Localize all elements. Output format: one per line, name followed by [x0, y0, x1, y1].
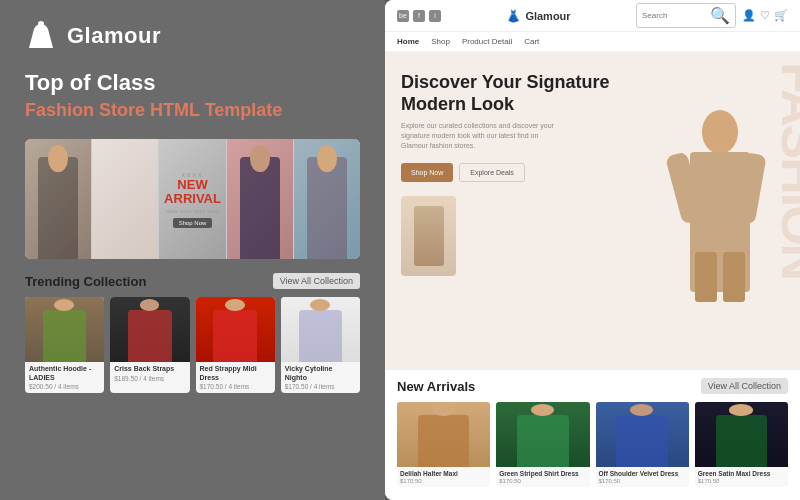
- product-image-1: [25, 297, 104, 362]
- arrival-info-1: Delilah Halter Maxi $170.50: [397, 467, 490, 487]
- store-nav-right: 🔍 👤 ♡ 🛒: [636, 3, 788, 28]
- trending-header: Trending Collection View All Collection: [25, 273, 360, 289]
- store-icons: 👤 ♡ 🛒: [742, 9, 788, 22]
- product-price-4: $170.50 / 4 items: [285, 383, 356, 390]
- hero-content: Discover Your SignatureModern Look Explo…: [385, 52, 800, 370]
- explore-deals-button[interactable]: Explore Deals: [459, 163, 525, 182]
- menu-product-detail[interactable]: Product Detail: [462, 37, 512, 46]
- product-info-4: Vicky Cytoline Nighto $170.50 / 4 items: [281, 362, 360, 393]
- heart-icon[interactable]: ♡: [760, 9, 770, 22]
- new-arrival-title: NEWARRIVAL: [164, 178, 221, 207]
- new-arrival-subtitle: xxxx xxxx xxxx xxxx: [166, 208, 219, 214]
- left-panel: Glamour Top of Class Fashion Store HTML …: [0, 0, 385, 500]
- arrivals-view-all[interactable]: View All Collection: [701, 378, 788, 394]
- brand-name: Glamour: [67, 23, 161, 49]
- facebook-icon[interactable]: f: [413, 10, 425, 22]
- product-price-3: $170.50 / 4 items: [200, 383, 271, 390]
- product-name-2: Criss Back Straps: [114, 365, 185, 373]
- brand-icon: [25, 20, 57, 52]
- trending-section: Trending Collection View All Collection …: [25, 273, 360, 393]
- store-menu: Home Shop Product Detail Cart: [385, 32, 800, 52]
- trending-title: Trending Collection: [25, 274, 146, 289]
- product-card-3[interactable]: Red Strappy Midi Dress $170.50 / 4 items: [196, 297, 275, 393]
- arrival-name-3: Off Shoulder Velvet Dress: [599, 470, 686, 478]
- brand-header: Glamour: [25, 20, 360, 52]
- tagline-top: Top of Class: [25, 70, 360, 96]
- arrival-price-3: $170.50: [599, 478, 686, 484]
- banner-item-5: [294, 139, 360, 259]
- right-panel: be f i 👗 Glamour 🔍 👤 ♡ 🛒: [385, 0, 800, 500]
- banner-item-1: [25, 139, 92, 259]
- hero-section: Discover Your SignatureModern Look Explo…: [385, 52, 800, 370]
- product-name-3: Red Strappy Midi Dress: [200, 365, 271, 382]
- instagram-icon[interactable]: i: [429, 10, 441, 22]
- social-icons: be f i: [397, 10, 441, 22]
- arrival-price-1: $170.50: [400, 478, 487, 484]
- banner-item-3: xxxx NEWARRIVAL xxxx xxxx xxxx xxxx Shop…: [159, 139, 226, 259]
- store-nav: be f i 👗 Glamour 🔍 👤 ♡ 🛒: [385, 0, 800, 32]
- product-image-3: [196, 297, 275, 362]
- arrivals-header: New Arrivals View All Collection: [397, 378, 788, 394]
- arrival-name-2: Green Striped Shirt Dress: [499, 470, 586, 478]
- product-info-2: Criss Back Straps $189.50 / 4 items: [110, 362, 189, 384]
- arrival-image-4: [695, 402, 788, 467]
- product-name-4: Vicky Cytoline Nighto: [285, 365, 356, 382]
- arrival-info-2: Green Striped Shirt Dress $170.50: [496, 467, 589, 487]
- trending-product-grid: Authentic Hoodie - LADIES $200.50 / 4 it…: [25, 297, 360, 393]
- behance-icon[interactable]: be: [397, 10, 409, 22]
- arrival-card-3[interactable]: Off Shoulder Velvet Dress $170.50: [596, 402, 689, 487]
- search-input[interactable]: [642, 11, 707, 20]
- product-card-1[interactable]: Authentic Hoodie - LADIES $200.50 / 4 it…: [25, 297, 104, 393]
- arrival-info-4: Green Satin Maxi Dress $170.50: [695, 467, 788, 487]
- arrivals-grid: Delilah Halter Maxi $170.50 Green Stripe…: [397, 402, 788, 487]
- arrival-image-1: [397, 402, 490, 467]
- product-info-3: Red Strappy Midi Dress $170.50 / 4 items: [196, 362, 275, 393]
- menu-shop[interactable]: Shop: [431, 37, 450, 46]
- arrival-name-1: Delilah Halter Maxi: [400, 470, 487, 478]
- store-nav-left: be f i: [397, 10, 441, 22]
- tagline-bottom: Fashion Store HTML Template: [25, 100, 360, 121]
- arrival-card-1[interactable]: Delilah Halter Maxi $170.50: [397, 402, 490, 487]
- arrival-name-4: Green Satin Maxi Dress: [698, 470, 785, 478]
- product-image-2: [110, 297, 189, 362]
- product-card-2[interactable]: Criss Back Straps $189.50 / 4 items: [110, 297, 189, 393]
- product-card-4[interactable]: Vicky Cytoline Nighto $170.50 / 4 items: [281, 297, 360, 393]
- product-info-1: Authentic Hoodie - LADIES $200.50 / 4 it…: [25, 362, 104, 393]
- banner-item-2: [92, 139, 159, 259]
- hero-title: Discover Your SignatureModern Look: [401, 72, 784, 115]
- menu-home[interactable]: Home: [397, 37, 419, 46]
- product-price-1: $200.50 / 4 items: [29, 383, 100, 390]
- new-arrival-btn[interactable]: Shop Now: [173, 218, 213, 228]
- product-image-4: [281, 297, 360, 362]
- arrival-price-4: $170.50: [698, 478, 785, 484]
- store-brand-icon: 👗: [506, 9, 521, 23]
- arrival-price-2: $170.50: [499, 478, 586, 484]
- svg-point-0: [38, 21, 44, 27]
- trending-view-all[interactable]: View All Collection: [273, 273, 360, 289]
- shop-now-button[interactable]: Shop Now: [401, 163, 453, 182]
- preview-banner: xxxx NEWARRIVAL xxxx xxxx xxxx xxxx Shop…: [25, 139, 360, 259]
- cart-icon[interactable]: 🛒: [774, 9, 788, 22]
- new-arrivals-section: New Arrivals View All Collection Delilah…: [385, 370, 800, 500]
- arrivals-title: New Arrivals: [397, 379, 475, 394]
- hero-description: Explore our curated collections and disc…: [401, 121, 561, 150]
- arrival-image-3: [596, 402, 689, 467]
- menu-cart[interactable]: Cart: [524, 37, 539, 46]
- user-icon[interactable]: 👤: [742, 9, 756, 22]
- arrival-image-2: [496, 402, 589, 467]
- product-name-1: Authentic Hoodie - LADIES: [29, 365, 100, 382]
- banner-item-4: [227, 139, 294, 259]
- search-icon: 🔍: [710, 6, 730, 25]
- arrival-info-3: Off Shoulder Velvet Dress $170.50: [596, 467, 689, 487]
- product-price-2: $189.50 / 4 items: [114, 375, 185, 382]
- search-box[interactable]: 🔍: [636, 3, 736, 28]
- hero-buttons: Shop Now Explore Deals: [401, 163, 784, 182]
- arrival-card-2[interactable]: Green Striped Shirt Dress $170.50: [496, 402, 589, 487]
- store-brand: 👗 Glamour: [506, 9, 570, 23]
- store-brand-name: Glamour: [525, 10, 570, 22]
- arrival-card-4[interactable]: Green Satin Maxi Dress $170.50: [695, 402, 788, 487]
